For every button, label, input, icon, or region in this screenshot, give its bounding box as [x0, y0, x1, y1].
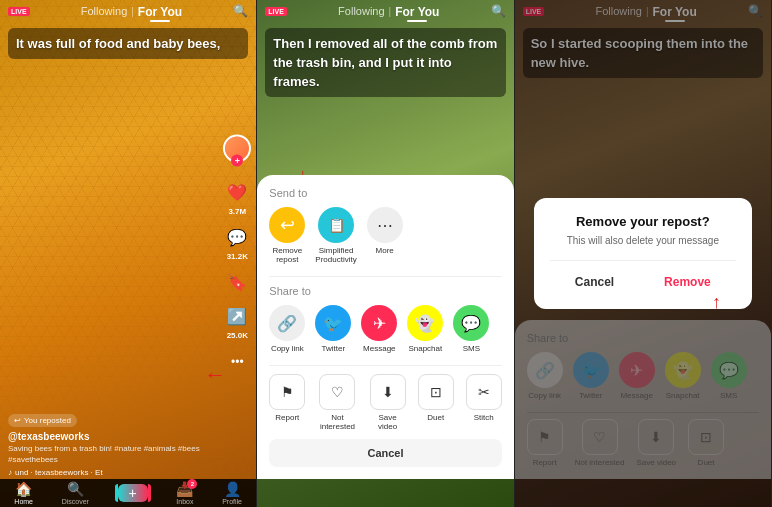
nav-left-1: LIVE	[8, 7, 30, 16]
profile-label-1: Profile	[222, 498, 242, 505]
message-btn-2[interactable]: ✈ Message	[361, 305, 397, 353]
nav-foryou-wrap-2: For You	[395, 2, 439, 20]
arrow-1: ←	[204, 364, 226, 387]
twitter-btn-2[interactable]: 🐦 Twitter	[315, 305, 351, 353]
desc-1: Saving bees from a trash bin! #nature #a…	[8, 444, 211, 465]
snapchat-btn-2[interactable]: 👻 Snapchat	[407, 305, 443, 353]
share-divider-2	[269, 365, 501, 366]
comment-btn-1[interactable]: 💬 31.2K	[225, 225, 249, 260]
arrow-3: ↑	[712, 293, 721, 312]
music-row-1: ♪ und · texasbeeworks · Et	[8, 468, 211, 477]
nav-underline-2	[407, 20, 427, 22]
search-icon-1[interactable]: 🔍	[233, 4, 248, 18]
add-icon-1: +	[118, 484, 148, 502]
right-icons-1: + ❤️ 3.7M 💬 31.2K 🔖 ↗️ 25.0K •••	[223, 134, 251, 373]
stitch-btn-2[interactable]: ✂ Stitch	[466, 374, 502, 431]
copy-link-icon-2: 🔗	[269, 305, 305, 341]
more-icon-2: ⋯	[367, 207, 403, 243]
username-1[interactable]: @texasbeeworks	[8, 431, 211, 442]
nav-foryou-1[interactable]: For You	[138, 5, 182, 19]
caption-text-2: Then I removed all of the comb from the …	[273, 36, 497, 89]
report-icon-2: ⚑	[269, 374, 305, 410]
nav-underline-1	[150, 20, 170, 22]
caption-box-1: It was full of food and baby bees,	[8, 28, 248, 59]
remove-repost-label: Removerepost	[272, 246, 302, 264]
bottom-nav-1: 🏠 Home 🔍 Discover + 📥 2 Inbox 👤 Profile	[0, 479, 256, 507]
modal-remove-btn-3[interactable]: Remove	[648, 271, 727, 293]
top-nav-2: LIVE Following | For You 🔍	[257, 0, 513, 22]
stitch-icon-2: ✂	[466, 374, 502, 410]
repost-icon-1: ↩	[14, 416, 21, 425]
remove-repost-icon: ↩	[269, 207, 305, 243]
share-icon-1: ↗️	[225, 304, 249, 328]
share-sheet-2: Send to ↩ Removerepost 📋 SimplifiedProdu…	[257, 175, 513, 479]
simplified-productivity-label: SimplifiedProductivity	[315, 246, 356, 264]
save-video-btn-2[interactable]: ⬇ Save video	[370, 374, 406, 431]
inbox-label-1: Inbox	[176, 498, 193, 505]
profile-icon-1: 👤	[224, 481, 241, 497]
nav-following-2[interactable]: Following	[338, 5, 384, 17]
more-btn-1[interactable]: •••	[225, 349, 249, 373]
simplified-productivity-icon: 📋	[318, 207, 354, 243]
comment-count-1: 31.2K	[227, 251, 248, 260]
search-icon-2[interactable]: 🔍	[491, 4, 506, 18]
music-text-1: und · texasbeeworks · Et	[15, 468, 103, 477]
copy-link-btn-2[interactable]: 🔗 Copy link	[269, 305, 305, 353]
nav-profile-1[interactable]: 👤 Profile	[222, 481, 242, 505]
follow-plus-1[interactable]: +	[231, 154, 243, 166]
inbox-badge-1: 2	[187, 479, 197, 489]
duet-btn-2[interactable]: ⊡ Duet	[418, 374, 454, 431]
nav-inbox-1[interactable]: 📥 2 Inbox	[176, 481, 193, 505]
duet-icon-2: ⊡	[418, 374, 454, 410]
more-icon-1: •••	[225, 349, 249, 373]
live-badge-1: LIVE	[8, 7, 30, 16]
home-icon-1: 🏠	[15, 481, 32, 497]
send-to-label: Send to	[269, 187, 501, 199]
nav-left-2: LIVE	[265, 7, 287, 16]
panel-1: LIVE Following | For You 🔍 It was full o…	[0, 0, 257, 507]
bookmark-icon-1: 🔖	[225, 270, 249, 294]
bottom-info-1: ↩ You reposted @texasbeeworks Saving bee…	[8, 409, 211, 477]
modal-title-3: Remove your repost?	[550, 214, 736, 229]
panel-2: LIVE Following | For You 🔍 Then I remove…	[257, 0, 514, 507]
discover-icon-1: 🔍	[67, 481, 84, 497]
share-to-row-2: 🔗 Copy link 🐦 Twitter ✈ Message 👻	[269, 305, 501, 353]
share-btn-1[interactable]: ↗️ 25.0K	[225, 304, 249, 339]
discover-label-1: Discover	[62, 498, 89, 505]
live-badge-2: LIVE	[265, 7, 287, 16]
message-icon-2: ✈	[361, 305, 397, 341]
nav-following-1[interactable]: Following	[81, 5, 127, 17]
twitter-icon-2: 🐦	[315, 305, 351, 341]
sms-icon-2: 💬	[453, 305, 489, 341]
cancel-btn-2[interactable]: Cancel	[269, 439, 501, 467]
music-icon-1: ♪	[8, 468, 12, 477]
share-count-1: 25.0K	[227, 330, 248, 339]
panel-3: LIVE Following | For You 🔍 So I started …	[515, 0, 772, 507]
modal-cancel-btn-3[interactable]: Cancel	[559, 271, 630, 293]
heart-icon-1: ❤️	[225, 180, 249, 204]
sms-btn-2[interactable]: 💬 SMS	[453, 305, 489, 353]
send-to-row: ↩ Removerepost 📋 SimplifiedProductivity …	[269, 207, 501, 264]
caption-box-2: Then I removed all of the comb from the …	[265, 28, 505, 97]
remove-repost-btn[interactable]: ↩ Removerepost	[269, 207, 305, 264]
heart-count-1: 3.7M	[228, 206, 246, 215]
more-btn-2[interactable]: ⋯ More	[367, 207, 403, 264]
share-actions-row-2: ⚑ Report ♡ Not interested ⬇ Save video ⊡…	[269, 374, 501, 431]
nav-discover-1[interactable]: 🔍 Discover	[62, 481, 89, 505]
report-btn-2[interactable]: ⚑ Report	[269, 374, 305, 431]
not-interested-btn-2[interactable]: ♡ Not interested	[317, 374, 357, 431]
not-interested-icon-2: ♡	[319, 374, 355, 410]
nav-home-1[interactable]: 🏠 Home	[14, 481, 33, 505]
inbox-icon-1: 📥 2	[176, 481, 193, 497]
share-divider-1	[269, 276, 501, 277]
heart-btn-1[interactable]: ❤️ 3.7M	[225, 180, 249, 215]
modal-desc-3: This will also delete your message	[550, 235, 736, 246]
nav-add-1[interactable]: +	[118, 484, 148, 502]
modal-buttons-3: Cancel Remove	[550, 260, 736, 293]
nav-center-2: Following | For You	[338, 2, 439, 20]
nav-center-1: Following | For You	[81, 2, 182, 20]
nav-foryou-2[interactable]: For You	[395, 5, 439, 19]
top-nav-1: LIVE Following | For You 🔍	[0, 0, 256, 22]
simplified-productivity-btn[interactable]: 📋 SimplifiedProductivity	[315, 207, 356, 264]
bookmark-btn-1[interactable]: 🔖	[225, 270, 249, 294]
